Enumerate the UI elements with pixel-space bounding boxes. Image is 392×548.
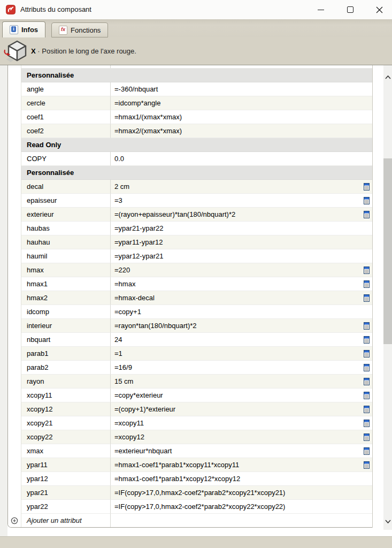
detail-icon[interactable] (364, 392, 370, 399)
attribute-name-cell[interactable]: parab2 (21, 361, 110, 375)
attribute-name-cell[interactable]: coef2 (21, 124, 110, 138)
attribute-value-cell[interactable]: =hmax (110, 277, 372, 291)
detail-icon[interactable] (364, 461, 370, 469)
attribute-value-cell[interactable]: =idcomp*angle (110, 96, 372, 110)
attribute-value-cell[interactable]: =-360/nbquart (110, 82, 372, 96)
attribute-value-cell[interactable]: =rayon*tan(180/nbquart)*2 (110, 319, 372, 333)
attribute-name-cell[interactable]: xcopy22 (21, 430, 110, 444)
attribute-name-cell[interactable]: xmax (21, 444, 110, 458)
attribute-name-cell[interactable]: COPY (21, 152, 110, 166)
row-gutter (8, 249, 21, 263)
attribute-value-cell[interactable]: 0.0 (110, 152, 372, 166)
attribute-name-cell[interactable]: xcopy11 (21, 389, 110, 402)
minimize-button[interactable] (308, 0, 334, 19)
attribute-name-cell[interactable]: interieur (21, 319, 110, 333)
attribute-value-cell[interactable]: 15 cm (110, 375, 372, 389)
detail-icon[interactable] (364, 420, 370, 427)
attribute-value-cell[interactable]: =IF(copy>17,0,hmax2-coef2*parab2*xcopy21… (110, 486, 372, 500)
attribute-value-cell[interactable]: =3 (110, 194, 372, 208)
detail-icon[interactable] (364, 294, 370, 302)
scroll-up-button[interactable] (383, 73, 392, 81)
detail-icon[interactable] (364, 364, 370, 371)
attribute-value-cell[interactable]: =copy*exterieur (110, 389, 372, 402)
attribute-name-cell[interactable]: ypar11 (21, 458, 110, 472)
attribute-name-cell[interactable]: haumil (21, 249, 110, 263)
attribute-name-cell[interactable]: epaisseur (21, 194, 110, 208)
attribute-name-cell[interactable]: ypar21 (21, 486, 110, 500)
add-attribute-label[interactable]: Ajouter un attribut (21, 514, 110, 528)
tab-infos[interactable]: Infos (2, 21, 45, 37)
detail-icon[interactable] (364, 211, 370, 218)
row-gutter (8, 416, 21, 430)
table-row: COPY0.0 (8, 152, 372, 166)
attribute-value-cell[interactable]: =(copy+1)*exterieur (110, 402, 372, 416)
attribute-name-cell[interactable]: decal (21, 180, 110, 194)
attribute-name-cell[interactable]: hmax1 (21, 277, 110, 291)
row-gutter (8, 208, 21, 222)
table-row: decal2 cm (8, 180, 372, 194)
detail-icon[interactable] (364, 197, 370, 204)
attribute-name-cell[interactable]: hmax (21, 263, 110, 277)
attribute-value-cell[interactable]: =220 (110, 263, 372, 277)
attribute-value-cell[interactable]: =hmax1/(xmax*xmax) (110, 110, 372, 124)
attribute-value-cell[interactable]: =16/9 (110, 361, 372, 375)
attribute-value-cell[interactable]: =hmax-decal (110, 291, 372, 305)
detail-icon[interactable] (364, 433, 370, 441)
attribute-name-cell[interactable]: hmax2 (21, 291, 110, 305)
attribute-name-cell[interactable]: rayon (21, 375, 110, 389)
detail-icon[interactable] (364, 336, 370, 344)
attribute-name-cell[interactable]: ypar22 (21, 500, 110, 514)
detail-icon[interactable] (364, 322, 370, 330)
attribute-name-cell[interactable]: xcopy12 (21, 402, 110, 416)
attribute-value-cell[interactable]: =IF(copy>17,0,hmax2-coef2*parab2*xcopy22… (110, 500, 372, 514)
tab-fonctions-label: Fonctions (71, 26, 101, 34)
attribute-value-cell[interactable]: =hmax1-coef1*parab1*xcopy11*xcopy11 (110, 458, 372, 472)
tab-fonctions[interactable]: fx Fonctions (51, 22, 108, 37)
attribute-value-cell[interactable]: =xcopy12 (110, 430, 372, 444)
add-attribute-icon[interactable] (11, 517, 18, 524)
attribute-name-cell[interactable]: nbquart (21, 333, 110, 347)
attribute-value-cell[interactable]: =copy+1 (110, 305, 372, 319)
table-row: ypar21=IF(copy>17,0,hmax2-coef2*parab2*x… (8, 486, 372, 500)
detail-icon[interactable] (364, 183, 370, 191)
row-gutter (8, 402, 21, 416)
status-footer (0, 536, 392, 548)
attribute-value-cell[interactable]: 2 cm (110, 180, 372, 194)
attributes-table: Personnaliséeangle=-360/nbquartcercle=id… (7, 65, 373, 528)
detail-icon[interactable] (364, 280, 370, 288)
attribute-value-cell[interactable]: =exterieur*nbquart (110, 444, 372, 458)
detail-icon[interactable] (364, 350, 370, 357)
attribute-value-cell[interactable]: =ypar21-ypar22 (110, 222, 372, 235)
attribute-value-cell[interactable]: =1 (110, 347, 372, 361)
attribute-value-cell[interactable]: 24 (110, 333, 372, 347)
vertical-scrollbar[interactable] (383, 65, 392, 530)
row-gutter (8, 430, 21, 444)
table-row: coef1=hmax1/(xmax*xmax) (8, 110, 372, 124)
attribute-value-cell[interactable]: =ypar11-ypar12 (110, 235, 372, 249)
attribute-value-cell[interactable]: =(rayon+epaisseur)*tan(180/nbquart)*2 (110, 208, 372, 222)
attribute-value-cell[interactable]: =hmax1-coef1*parab1*xcopy12*xcopy12 (110, 472, 372, 486)
attribute-value-cell[interactable]: =ypar12-ypar21 (110, 249, 372, 263)
scroll-down-button[interactable] (383, 517, 392, 526)
attribute-name-cell[interactable]: haubas (21, 222, 110, 235)
attribute-name-cell[interactable]: exterieur (21, 208, 110, 222)
close-button[interactable] (366, 0, 392, 19)
maximize-button[interactable] (337, 0, 364, 19)
attribute-name-cell[interactable]: parab1 (21, 347, 110, 361)
attribute-name-cell[interactable]: coef1 (21, 110, 110, 124)
attribute-value-cell[interactable]: =xcopy11 (110, 416, 372, 430)
detail-icon[interactable] (364, 447, 370, 455)
attribute-name-cell[interactable]: xcopy21 (21, 416, 110, 430)
detail-icon[interactable] (364, 378, 370, 385)
attribute-name-cell[interactable]: hauhau (21, 235, 110, 249)
row-gutter (8, 96, 21, 110)
attribute-value-cell[interactable]: =hmax2/(xmax*xmax) (110, 124, 372, 138)
attribute-name-cell[interactable]: angle (21, 82, 110, 96)
attribute-name-cell[interactable]: idcomp (21, 305, 110, 319)
add-attribute-row[interactable]: Ajouter un attribut (8, 514, 372, 528)
attribute-name-cell[interactable]: cercle (21, 96, 110, 110)
attribute-name-cell[interactable]: ypar12 (21, 472, 110, 486)
scrollbar-thumb[interactable] (383, 158, 392, 344)
detail-icon[interactable] (364, 406, 370, 413)
detail-icon[interactable] (364, 267, 370, 274)
